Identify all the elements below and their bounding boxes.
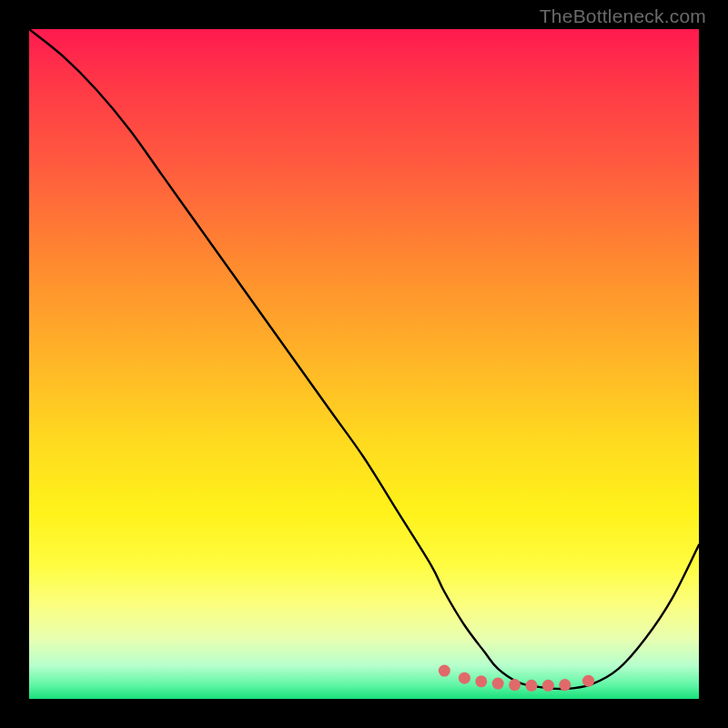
marker-dot [526, 680, 538, 692]
marker-dot [559, 679, 571, 691]
marker-dot [459, 672, 470, 684]
marker-dot [582, 675, 594, 687]
bottleneck-curve [29, 29, 699, 689]
chart-svg [29, 29, 699, 699]
watermark-text: TheBottleneck.com [540, 5, 706, 27]
marker-dot [475, 675, 487, 687]
marker-dot [439, 665, 450, 677]
marker-dot [492, 678, 504, 690]
plot-area [29, 29, 699, 699]
marker-dot [509, 679, 521, 691]
marker-dot [542, 680, 554, 692]
